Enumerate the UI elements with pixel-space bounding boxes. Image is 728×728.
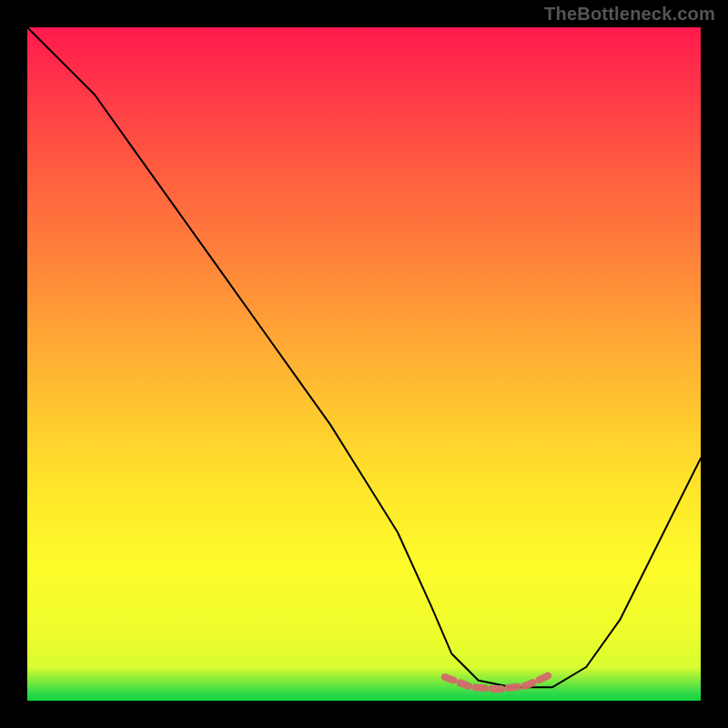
plot-area	[27, 27, 701, 701]
watermark-text: TheBottleneck.com	[544, 4, 715, 25]
chart-frame: TheBottleneck.com	[0, 0, 728, 728]
valley-highlight	[445, 673, 552, 689]
curve-overlay	[27, 27, 701, 701]
bottleneck-curve	[27, 27, 701, 687]
